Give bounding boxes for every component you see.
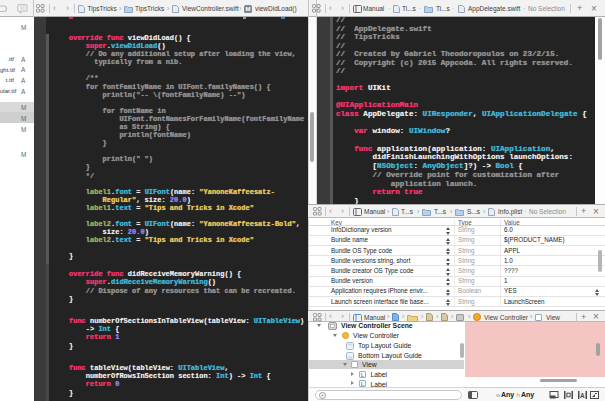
svg-text:A: A <box>580 392 585 399</box>
